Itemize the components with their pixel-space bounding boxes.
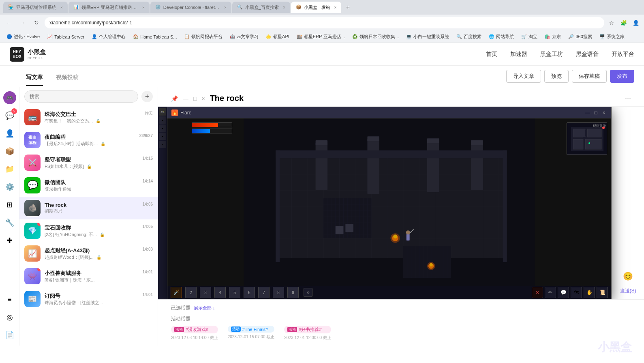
forward-button[interactable]: → (17, 17, 28, 28)
tab-write-article[interactable]: 写文章 (26, 70, 43, 86)
item-slot-9[interactable]: 9 (287, 287, 299, 298)
item-slot-8[interactable]: 8 (273, 287, 284, 298)
restore-icon[interactable]: □ (193, 95, 197, 102)
item-slot-7[interactable]: 7 (258, 287, 270, 298)
new-tab-button[interactable]: + (342, 2, 353, 13)
tab-4[interactable]: 🔍 小黑盒_百度搜索 × (232, 2, 290, 13)
action-btn-hand[interactable]: ✋ (584, 287, 595, 298)
sidebar-icon-chat[interactable]: 💬 5 (2, 108, 17, 123)
extension-icon[interactable]: 🧩 (619, 18, 629, 28)
tab-5[interactable]: 📦 小黑盒 - 发站 × (291, 2, 342, 13)
address-input[interactable] (45, 17, 604, 28)
sidebar-icon-user[interactable]: 👤 (2, 126, 17, 141)
bookmark-evolve[interactable]: 🔵进化 · Evolve (3, 33, 43, 41)
sidebar-icon-doc[interactable]: 📄 (2, 328, 17, 342)
expand-topics-btn[interactable]: 展示全部 ↓ (194, 305, 215, 311)
item-slot-2[interactable]: 2 (185, 287, 197, 298)
settings-dot[interactable]: ⚙ (304, 288, 312, 297)
chat-item-1[interactable]: 🚌 珠海公交巴士 昨天 有奖集！「我的公交系... 🔒 (19, 106, 158, 129)
thumb-5[interactable]: ▸ (159, 141, 166, 148)
flare-minimize-btn[interactable]: — (584, 110, 591, 116)
bookmark-360[interactable]: 🔎360搜索 (565, 33, 595, 41)
preview-button[interactable]: 预览 (544, 70, 569, 83)
chat-item-8[interactable]: 👾 小怪兽商城服务 14:01 [6名] 钦洲市｜珠海「东... (19, 265, 158, 288)
tab-3[interactable]: ⚙️ Developer Console · flaretea... × (150, 2, 231, 13)
thumb-3[interactable]: ▸ (159, 125, 166, 132)
send-button[interactable]: 发送(S) (612, 286, 644, 296)
bookmark-taobao[interactable]: 🛒淘宝 (518, 33, 541, 41)
thumb-4[interactable]: ▸ (159, 133, 166, 140)
nav-workshop[interactable]: 黑盒工坊 (540, 51, 563, 58)
bookmark-jd[interactable]: 🛍️京东 (541, 33, 564, 41)
bookmark-reinstall[interactable]: 💻小白一键重装系统 (403, 33, 452, 41)
tab-2-close[interactable]: × (142, 5, 145, 10)
item-slot-4[interactable]: 4 (214, 287, 226, 298)
sidebar-icon-gear2[interactable]: 🔧 (2, 215, 17, 230)
action-btn-map[interactable]: 🗺 (571, 287, 582, 298)
flare-close-btn[interactable]: × (601, 110, 607, 116)
sidebar-icon-settings[interactable]: ⚙️ (2, 180, 17, 194)
tab-1[interactable]: 🏪 亚马逊店铺管理系统 × (3, 2, 68, 13)
action-btn-speech[interactable]: 💬 (558, 287, 569, 298)
sidebar-avatar[interactable]: 🎮 (2, 90, 17, 105)
thumb-1[interactable]: 🎮 (159, 108, 166, 116)
bookmark-home-tableau[interactable]: 🏠Home Tableau S... (130, 33, 180, 40)
bookmark-baidu[interactable]: 🔍百度搜索 (453, 33, 485, 41)
import-button[interactable]: 导入文章 (506, 70, 541, 83)
action-btn-cross[interactable]: ✕ (532, 287, 543, 298)
reload-button[interactable]: ↻ (31, 17, 42, 28)
nav-accelerator[interactable]: 加速器 (510, 51, 527, 58)
publish-button[interactable]: 发布 (610, 70, 634, 83)
back-button[interactable]: ← (3, 17, 15, 28)
action-btn-scroll[interactable]: 📜 (597, 287, 608, 298)
chat-add-button[interactable]: + (141, 91, 153, 102)
nav-home[interactable]: 首页 (486, 51, 497, 58)
bookmark-nav[interactable]: 🌐网站导航 (486, 33, 517, 41)
chat-item-9[interactable]: 📰 订阅号 14:01 珠海觅食小怪僧：[红丝绒之... (19, 288, 158, 310)
tab-video[interactable]: 视频投稿 (56, 70, 79, 86)
nav-voice[interactable]: 黑盒语音 (576, 51, 599, 58)
sidebar-icon-box[interactable]: 📦 (2, 144, 17, 159)
tab-5-close[interactable]: × (334, 5, 337, 10)
tab-1-close[interactable]: × (60, 5, 63, 10)
bookmark-api[interactable]: 🌟领星API (263, 33, 293, 41)
item-slot-3[interactable]: 3 (200, 287, 211, 298)
activity-topic-2[interactable]: 活动 #The Finals# 2023-12-01 15:07:00 截止 (228, 326, 275, 341)
sidebar-icon-menu[interactable]: ≡ (2, 292, 17, 307)
bookmark-recycle[interactable]: ♻️领帆日常回收收集... (349, 33, 402, 41)
item-slot-6[interactable]: 6 (244, 287, 255, 298)
bookmark-ai[interactable]: 🤖ai文章学习 (227, 33, 262, 41)
profile-icon[interactable]: 👤 (631, 18, 641, 28)
minimize-icon[interactable]: — (183, 95, 188, 102)
more-options-icon[interactable]: ··· (625, 94, 631, 103)
emoji-button[interactable]: 😊 (622, 270, 635, 283)
chat-item-6[interactable]: 💎 宝石回收群 14:05 [2名] 钰YuHOngming: 不... (19, 219, 158, 242)
tab-4-close[interactable]: × (283, 5, 285, 10)
bookmark-personal[interactable]: 👤个人管理中心 (88, 33, 129, 41)
sidebar-icon-circle[interactable]: ◎ (2, 310, 17, 324)
sidebar-icon-plus[interactable]: ✚ (2, 233, 17, 248)
activity-topic-3[interactable]: 活动 #好书推荐# 2023-12-01 12:00:00 截止 (284, 326, 331, 341)
chat-search-input[interactable] (24, 90, 138, 103)
flare-restore-btn[interactable]: □ (593, 110, 599, 116)
bookmark-tableau[interactable]: 📈Tableau Server (44, 33, 88, 40)
activity-topic-1[interactable]: 活动 #漫改游戏# 2023-12-03 10:14:00 截止 (171, 326, 218, 341)
tab-3-close[interactable]: × (224, 5, 227, 10)
chat-item-7[interactable]: 📈 起点财经(A-A43群) 14:03 起点财经Wood：[链接]... 🔒 (19, 242, 158, 265)
tab-2[interactable]: 📊 领星ERP-亚马逊店铺推送功能介绍 × (68, 2, 150, 13)
bookmark-system[interactable]: 🖥️系统之家 (596, 33, 628, 41)
close-icon[interactable]: × (201, 95, 205, 102)
item-slot-1[interactable]: 🗡️ (171, 287, 182, 298)
chat-item-5[interactable]: 🪨 The rock 14:06 初期布局 (19, 197, 158, 219)
sidebar-icon-grid[interactable]: ⊞ (2, 198, 17, 212)
save-draft-button[interactable]: 保存草稿 (572, 70, 607, 83)
bookmark-erp[interactable]: 🏬领星ERP-亚马逊店... (293, 33, 348, 41)
thumb-2[interactable]: ▸ (159, 116, 166, 124)
chat-item-4[interactable]: 💬 微信团队 14:14 登录操作通知 (19, 174, 158, 197)
bookmark-report[interactable]: 📋领帆网报表平台 (181, 33, 226, 41)
chat-item-3[interactable]: ⚔️ 坚守者联盟 14:15 FS姐姐水儿：[视频] 🔒 (19, 151, 158, 174)
item-slot-5[interactable]: 5 (229, 287, 240, 298)
chat-item-2[interactable]: 夜曲编程 夜曲编程 23/6/27 【最后24小时】活动即将... 🔒 (19, 129, 158, 151)
sidebar-icon-folder[interactable]: 📁 (2, 162, 17, 176)
action-btn-pencil[interactable]: ✏ (545, 287, 556, 298)
